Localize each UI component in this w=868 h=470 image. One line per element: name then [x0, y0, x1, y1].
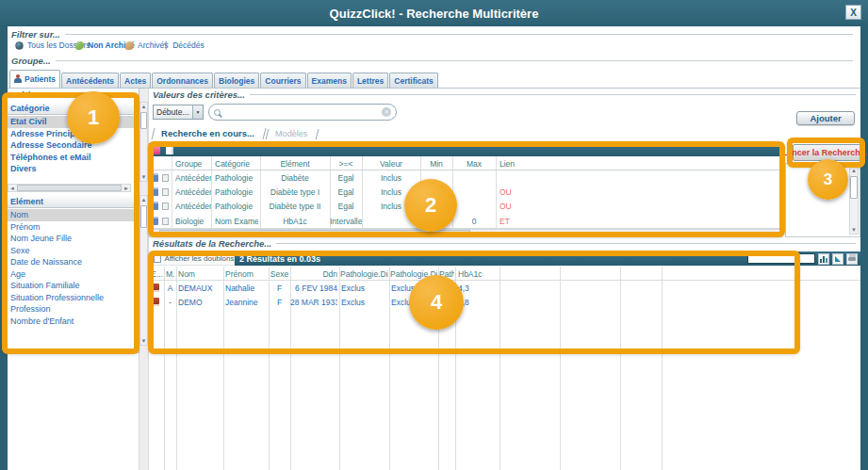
result-cell-ddn[interactable]: 28 MAR 1933 [290, 298, 337, 307]
patient-record-icon[interactable] [152, 284, 159, 292]
scroll-left-icon[interactable]: ◄ [8, 185, 16, 192]
criteria-cell-lien[interactable]: OU [500, 202, 556, 211]
col-header-pathologie-1[interactable]: Pathologie.Dia... [340, 269, 388, 279]
criteria-cell-groupe[interactable]: Antécédents [175, 173, 211, 183]
filter-option-decedes[interactable]: † Décédés [163, 41, 205, 50]
tab-modeles[interactable]: Modèles [265, 129, 319, 139]
category-horizontal-scrollbar[interactable]: ◄ ► [8, 184, 131, 192]
criteria-cell-categorie[interactable]: Pathologie [215, 173, 258, 183]
col-header-min[interactable]: Min [420, 159, 452, 169]
result-cell-sexe[interactable]: F [269, 298, 290, 307]
result-cell-hba1c[interactable]: 4,3 [458, 284, 498, 293]
scroll-down-icon[interactable]: ▼ [140, 173, 147, 181]
scroll-down-icon[interactable]: ▼ [140, 337, 147, 345]
criteria-cell-categorie[interactable]: Pathologie [215, 202, 258, 211]
result-cell-m[interactable]: - [164, 298, 176, 307]
scrollbar-thumb[interactable] [140, 205, 147, 228]
col-header-e[interactable]: E... [151, 269, 163, 279]
scrollbar-thumb[interactable] [159, 230, 470, 236]
col-header-pathologie-2[interactable]: Pathologie.Dia... [390, 269, 437, 279]
col-header-prenom[interactable]: Prénom [225, 269, 267, 279]
criteria-cell-groupe[interactable]: Antécédents [175, 202, 211, 211]
result-cell-pathologie-2[interactable]: Exclus [391, 298, 437, 307]
scrollbar-thumb[interactable] [140, 112, 147, 129]
scroll-right-icon[interactable]: ► [773, 230, 781, 237]
category-list-header[interactable]: Catégorie [8, 102, 139, 115]
result-cell-prenom[interactable]: Jeannine [225, 298, 267, 307]
criteria-cell-max[interactable]: 0 [452, 217, 496, 226]
col-header-nom[interactable]: Nom [178, 269, 221, 279]
remove-criteria-icon[interactable] [154, 146, 160, 154]
delete-row-icon[interactable] [152, 202, 158, 210]
show-duplicates-control[interactable]: Afficher les doublons... [150, 251, 235, 266]
tab-actes[interactable]: Actes [120, 73, 151, 89]
col-header-m[interactable]: M... [166, 269, 175, 279]
clear-icon[interactable]: × [382, 107, 391, 117]
criteria-cell-categorie[interactable]: Nom Examen [215, 217, 258, 226]
chart-icon[interactable] [818, 253, 829, 265]
search-input[interactable] [224, 107, 378, 117]
col-header-sexe[interactable]: Sexe [269, 269, 290, 279]
result-cell-prenom[interactable]: Nathalie [225, 284, 267, 293]
criteria-cell-element[interactable]: Diabète [260, 173, 330, 183]
delete-row-icon[interactable] [152, 187, 158, 196]
delete-row-icon[interactable] [152, 217, 158, 225]
list-item-adresse-principale[interactable]: Adresse Principale [8, 128, 139, 140]
close-icon[interactable]: X [845, 5, 861, 20]
result-cell-pathologie-3[interactable]: Exclus [440, 298, 454, 307]
add-button[interactable]: Ajouter [796, 111, 855, 125]
result-cell-nom[interactable]: DEMAUX [178, 284, 221, 293]
criteria-cell-lien[interactable]: ET [500, 217, 556, 226]
list-item-age[interactable]: Age [8, 268, 139, 281]
side-panel-scrollbar[interactable]: ▲ ▼ [849, 166, 859, 235]
col-header-element[interactable]: Elément [260, 159, 330, 169]
criteria-cell-op[interactable]: Egal [330, 187, 362, 197]
tab-ordonnances[interactable]: Ordonnances [152, 73, 213, 89]
tab-lettres[interactable]: Lettres [352, 73, 388, 89]
list-item-divers[interactable]: Divers [8, 163, 139, 175]
col-header-ddn[interactable]: Ddn [290, 269, 337, 279]
criteria-horizontal-scrollbar[interactable]: ◄ ► [149, 229, 782, 237]
scroll-right-icon[interactable]: ► [123, 185, 130, 192]
scroll-up-icon[interactable]: ▲ [850, 167, 858, 174]
criteria-cell-element[interactable]: Diabète type I [260, 187, 330, 197]
print-icon[interactable] [846, 253, 858, 265]
list-item-prenom[interactable]: Prénom [8, 221, 139, 234]
criteria-cell-element[interactable]: HbA1c [260, 217, 330, 226]
result-cell-m[interactable]: A [164, 284, 176, 293]
col-header-max[interactable]: Max [452, 159, 496, 169]
export-icon[interactable] [832, 253, 843, 265]
list-item-nombre-enfant[interactable]: Nombre d'Enfant [8, 316, 139, 328]
scroll-left-icon[interactable]: ◄ [150, 230, 158, 237]
tab-recherche-en-cours[interactable]: Recherche en cours... [152, 128, 267, 139]
tab-courriers[interactable]: Courriers [260, 73, 305, 89]
criteria-cell-min[interactable]: 0 [420, 217, 452, 226]
criteria-cell-op[interactable]: Egal [330, 202, 362, 211]
list-item-adresse-secondaire[interactable]: Adresse Secondaire [8, 139, 139, 152]
list-item-etat-civil[interactable]: Etat Civil [8, 116, 139, 128]
col-header-hba1c[interactable]: HbA1c [458, 269, 498, 279]
category-vertical-scrollbar[interactable]: ▲ ▼ [139, 102, 148, 182]
list-item-nom[interactable]: Nom [8, 209, 139, 221]
result-cell-hba1c[interactable]: 9,8 [458, 298, 498, 307]
list-item-situation-familiale[interactable]: Situation Familiale [8, 280, 139, 292]
criteria-cell-groupe[interactable]: Antécédents [175, 187, 211, 197]
launch-search-button[interactable]: Lancer la Recherche... [793, 144, 861, 161]
scrollbar-thumb[interactable] [850, 176, 858, 199]
new-document-icon[interactable] [166, 145, 173, 154]
col-header-categorie[interactable]: Catégorie [215, 159, 258, 169]
tab-antecedents[interactable]: Antécédents [61, 73, 119, 89]
col-header-groupe[interactable]: Groupe [175, 159, 211, 169]
col-header-op[interactable]: >=< [330, 159, 362, 169]
operator-dropdown[interactable]: Débute... ▼ [153, 105, 204, 120]
scroll-up-icon[interactable]: ▲ [140, 196, 147, 203]
result-cell-nom[interactable]: DEMO [178, 298, 221, 307]
criteria-cell-valeur[interactable]: Inclus [362, 202, 420, 211]
col-header-pathologie-3[interactable]: Pathologie.Dia... [439, 269, 454, 279]
result-cell-pathologie-1[interactable]: Exclus [341, 298, 388, 307]
tab-examens[interactable]: Examens [307, 73, 352, 89]
criteria-cell-op[interactable]: Egal [330, 173, 362, 183]
criteria-cell-groupe[interactable]: Biologie [175, 217, 211, 226]
criteria-cell-lien[interactable]: OU [500, 187, 556, 197]
scrollbar-thumb[interactable] [17, 185, 122, 191]
